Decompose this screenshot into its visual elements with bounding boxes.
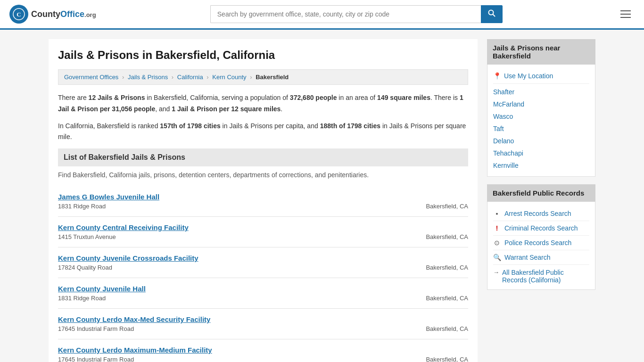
warrant-icon: 🔍: [493, 254, 501, 261]
nearby-city-link-wasco[interactable]: Wasco: [493, 113, 513, 120]
facility-item: Kern County Juvenile Crossroads Facility…: [58, 247, 468, 278]
records-arrest: ▪ Arrest Records Search: [493, 206, 589, 221]
sidebar: Jails & Prisons near Bakersfield 📍 Use M…: [487, 39, 595, 362]
menu-line-1: [620, 10, 631, 11]
police-icon: ⊙: [493, 239, 501, 247]
menu-line-2: [620, 14, 631, 15]
facility-name-3[interactable]: Kern County Juvenile Crossroads Facility: [58, 254, 468, 262]
facility-row-4: 1831 Ridge Road Bakersfield, CA: [58, 295, 468, 302]
logo: C CountyOffice.org: [9, 5, 96, 24]
main-container: Jails & Prisons in Bakersfield, Californ…: [39, 30, 605, 362]
arrow-icon: →: [493, 269, 499, 276]
facility-name-4[interactable]: Kern County Juvenile Hall: [58, 285, 468, 293]
facility-item: Kern County Lerdo Maximum-Medium Facilit…: [58, 339, 468, 362]
use-location-link[interactable]: Use My Location: [504, 72, 553, 80]
facility-city-3: Bakersfield, CA: [426, 264, 468, 271]
public-records-content: ▪ Arrest Records Search ! Criminal Recor…: [487, 202, 595, 290]
nearby-city-wasco: Wasco: [493, 110, 589, 123]
records-criminal: ! Criminal Records Search: [493, 221, 589, 236]
nearby-city-shafter: Shafter: [493, 86, 589, 98]
svg-text:C: C: [17, 11, 21, 18]
logo-text: CountyOffice.org: [31, 9, 96, 19]
logo-icon: C: [9, 5, 28, 24]
facility-city-4: Bakersfield, CA: [426, 295, 468, 302]
facility-address-2: 1415 Truxtun Avenue: [58, 233, 116, 240]
facility-city-1: Bakersfield, CA: [426, 203, 468, 210]
content-area: Jails & Prisons in Bakersfield, Californ…: [49, 39, 478, 362]
search-button[interactable]: [481, 5, 503, 23]
arrest-records-link[interactable]: Arrest Records Search: [504, 210, 571, 217]
nearby-city-link-delano[interactable]: Delano: [493, 137, 514, 145]
page-title: Jails & Prisons in Bakersfield, Californ…: [58, 49, 468, 62]
records-police: ⊙ Police Records Search: [493, 236, 589, 250]
use-location: 📍 Use My Location: [493, 69, 589, 84]
facility-name-5[interactable]: Kern County Lerdo Max-Med Security Facil…: [58, 315, 468, 323]
facility-address-6: 17645 Industrial Farm Road: [58, 356, 134, 362]
facility-address-5: 17645 Industrial Farm Road: [58, 325, 134, 332]
nearby-city-link-tehachapi[interactable]: Tehachapi: [493, 149, 523, 157]
breadcrumb-sep-1: ›: [122, 74, 124, 81]
facility-address-3: 17824 Quality Road: [58, 264, 112, 271]
facility-item: Kern County Central Receiving Facility 1…: [58, 217, 468, 247]
stats-paragraph-1: There are 12 Jails & Prisons in Bakersfi…: [58, 92, 468, 115]
breadcrumb-sep-2: ›: [172, 74, 173, 81]
nearby-city-link-kernville[interactable]: Kernville: [493, 162, 519, 169]
facility-city-5: Bakersfield, CA: [426, 325, 468, 332]
breadcrumb-government-offices[interactable]: Government Offices: [64, 74, 118, 81]
nearby-city-tehachapi: Tehachapi: [493, 147, 589, 159]
facility-address-1: 1831 Ridge Road: [58, 203, 106, 210]
list-header: List of Bakersfield Jails & Prisons: [58, 148, 468, 166]
facilities-list: James G Bowles Juvenile Hall 1831 Ridge …: [58, 186, 468, 362]
search-area: [210, 5, 503, 23]
criminal-icon: !: [493, 224, 501, 232]
facility-name-2[interactable]: Kern County Central Receiving Facility: [58, 223, 468, 231]
nearby-city-kernville: Kernville: [493, 159, 589, 172]
nearby-city-taft: Taft: [493, 123, 589, 135]
breadcrumb: Government Offices › Jails & Prisons › C…: [58, 69, 468, 85]
breadcrumb-california[interactable]: California: [177, 74, 203, 81]
facility-item: Kern County Lerdo Max-Med Security Facil…: [58, 309, 468, 339]
facility-row-1: 1831 Ridge Road Bakersfield, CA: [58, 203, 468, 210]
nearby-city-mcfarland: McFarland: [493, 98, 589, 110]
nearby-city-delano: Delano: [493, 135, 589, 147]
facility-name-1[interactable]: James G Bowles Juvenile Hall: [58, 193, 468, 201]
breadcrumb-kern-county[interactable]: Kern County: [212, 74, 246, 81]
facility-address-4: 1831 Ridge Road: [58, 295, 106, 302]
facility-item: Kern County Juvenile Hall 1831 Ridge Roa…: [58, 278, 468, 309]
police-records-link[interactable]: Police Records Search: [504, 239, 571, 247]
menu-button[interactable]: [617, 8, 635, 20]
facility-city-6: Bakersfield, CA: [426, 356, 468, 362]
breadcrumb-current: Bakersfield: [256, 74, 289, 81]
breadcrumb-sep-4: ›: [250, 74, 252, 81]
menu-line-3: [620, 17, 631, 18]
facility-item: James G Bowles Juvenile Hall 1831 Ridge …: [58, 186, 468, 217]
criminal-records-link[interactable]: Criminal Records Search: [504, 224, 578, 232]
all-records-link[interactable]: All Bakersfield Public Records (Californ…: [502, 269, 589, 284]
location-pin-icon: 📍: [493, 72, 501, 80]
nearby-city-link-mcfarland[interactable]: McFarland: [493, 100, 524, 108]
facility-name-6[interactable]: Kern County Lerdo Maximum-Medium Facilit…: [58, 346, 468, 354]
nearby-city-link-shafter[interactable]: Shafter: [493, 88, 514, 96]
facility-row-5: 17645 Industrial Farm Road Bakersfield, …: [58, 325, 468, 332]
arrest-icon: ▪: [493, 210, 501, 217]
search-input[interactable]: [210, 5, 481, 23]
public-records-title: Bakersfield Public Records: [487, 184, 595, 202]
facility-city-2: Bakersfield, CA: [426, 233, 468, 240]
stats-paragraph-2: In California, Bakersfield is ranked 157…: [58, 121, 468, 143]
nearby-title: Jails & Prisons near Bakersfield: [487, 39, 595, 65]
records-warrant: 🔍 Warrant Search: [493, 250, 589, 265]
site-header: C CountyOffice.org: [0, 0, 644, 30]
facility-row-2: 1415 Truxtun Avenue Bakersfield, CA: [58, 233, 468, 240]
facility-row-3: 17824 Quality Road Bakersfield, CA: [58, 264, 468, 271]
breadcrumb-jails-prisons[interactable]: Jails & Prisons: [128, 74, 168, 81]
nearby-city-link-taft[interactable]: Taft: [493, 125, 504, 132]
nearby-content: 📍 Use My Location Shafter McFarland Wasc…: [487, 65, 595, 177]
list-description: Find Bakersfield, California jails, pris…: [58, 171, 468, 179]
svg-line-3: [493, 14, 495, 16]
warrant-search-link[interactable]: Warrant Search: [504, 254, 551, 261]
breadcrumb-sep-3: ›: [206, 74, 208, 81]
nearby-box: Jails & Prisons near Bakersfield 📍 Use M…: [487, 39, 595, 177]
public-records-box: Bakersfield Public Records ▪ Arrest Reco…: [487, 184, 595, 290]
facility-row-6: 17645 Industrial Farm Road Bakersfield, …: [58, 356, 468, 362]
all-records-row: → All Bakersfield Public Records (Califo…: [493, 265, 589, 285]
